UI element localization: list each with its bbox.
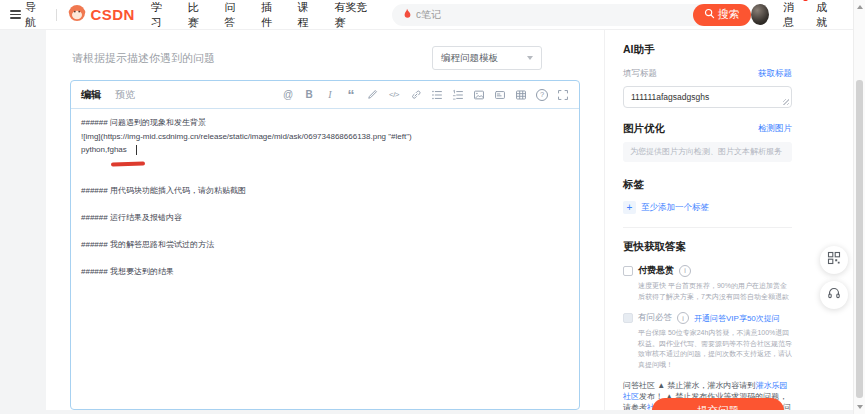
ai-assistant-title: AI助手 [623, 43, 792, 57]
nav-item-prize[interactable]: 有奖竞赛 [335, 0, 372, 30]
ai-title-input-wrap [623, 86, 792, 108]
link-icon[interactable] [410, 89, 422, 101]
monkey-logo-icon [68, 4, 86, 26]
editor-line: ###### 我的解答思路和尝试过的方法 [81, 238, 569, 252]
help-icon[interactable]: ? [536, 89, 548, 101]
nav-item-contest[interactable]: 比赛 [188, 0, 207, 30]
question-editor-section: 编程问题模板 编辑 预览 @ B I “ [46, 30, 604, 410]
tab-edit[interactable]: 编辑 [81, 88, 101, 102]
achievements-link[interactable]: 成就 [816, 0, 835, 30]
template-select-value: 编程问题模板 [441, 52, 498, 65]
editor-toolbar: 编辑 预览 @ B I “ </> [71, 81, 579, 109]
title-helper-row: 填写标题 获取标题 [623, 68, 792, 80]
image-optimize-title: 图片优化 [623, 122, 665, 136]
search-box[interactable]: c笔记 搜索 [392, 4, 751, 26]
add-tag-label: 至少添加一个标签 [641, 202, 709, 214]
table-icon[interactable] [515, 89, 527, 101]
quote-icon[interactable]: “ [345, 90, 357, 100]
info-icon[interactable] [677, 312, 689, 324]
editor-line: python,fghas [81, 143, 569, 157]
detect-image-link[interactable]: 检测图片 [758, 123, 792, 135]
code-icon[interactable]: </> [387, 89, 401, 101]
template-select[interactable]: 编程问题模板 [432, 46, 542, 70]
topbar-user-area: 消息 成就 [751, 0, 853, 30]
avatar[interactable] [751, 4, 769, 25]
toolbar-icons: @ B I “ </> [282, 89, 569, 101]
plus-icon: + [623, 201, 636, 214]
nav-item-study[interactable]: 学习 [151, 0, 170, 30]
search-query-text: c笔记 [416, 8, 441, 22]
headset-icon [827, 286, 841, 304]
editor-line: ###### 运行结果及报错内容 [81, 211, 569, 225]
unordered-list-icon[interactable] [431, 89, 443, 101]
image-icon[interactable] [473, 89, 485, 101]
search-icon [704, 8, 715, 21]
csdn-logo[interactable]: CSDN [68, 4, 135, 26]
question-title-input[interactable] [70, 51, 432, 65]
messages-link[interactable]: 消息 [783, 0, 802, 30]
editor-line [81, 157, 569, 171]
editor-line: ###### 问题遇到的现象和发生背景 [81, 116, 569, 130]
italic-icon[interactable]: I [324, 89, 336, 101]
chevron-down-icon [527, 56, 533, 60]
editor-tabs: 编辑 预览 [81, 88, 135, 102]
notice-text: 问答社区 ▲ 禁止灌水，灌水内容请到 [623, 381, 755, 390]
nav-item-plugins[interactable]: 插件 [261, 0, 280, 30]
editor-line: ###### 我想要达到的结果 [81, 265, 569, 279]
open-vip-link[interactable]: 开通问答VIP享50次提问 [694, 313, 780, 324]
vip-label: 有问必答 [638, 312, 672, 324]
hamburger-menu-icon [10, 8, 21, 21]
topbar: 导航 CSDN 学习 比赛 问答 插件 课程 有奖竞赛 [0, 0, 853, 30]
messages-label: 消息 [783, 1, 794, 28]
main-card: 编程问题模板 编辑 预览 @ B I “ [46, 30, 853, 410]
bounty-checkbox[interactable] [623, 266, 633, 276]
qr-code-button[interactable] [820, 246, 848, 274]
nav-item-qa[interactable]: 问答 [224, 0, 243, 30]
tags-title: 标签 [623, 178, 792, 192]
scrollbar-thumb[interactable] [856, 80, 863, 398]
editor-line: ###### 用代码块功能插入代码，请勿粘贴截图 [81, 184, 569, 198]
markdown-editor: 编辑 预览 @ B I “ </> [70, 80, 580, 410]
ai-title-input[interactable] [624, 87, 791, 107]
card-icon[interactable] [494, 89, 506, 101]
support-button[interactable] [820, 281, 848, 309]
ordered-list-icon[interactable] [452, 89, 464, 101]
pen-icon[interactable] [366, 89, 378, 101]
mention-icon[interactable]: @ [282, 89, 294, 101]
scrollbar[interactable] [853, 0, 865, 414]
nav-toggle-button[interactable]: 导航 [10, 0, 44, 30]
qr-code-icon [827, 251, 841, 269]
add-tag-button[interactable]: + 至少添加一个标签 [623, 201, 792, 214]
info-icon[interactable] [679, 265, 691, 277]
logo-text: CSDN [90, 6, 135, 23]
image-optimize-row: 图片优化 检测图片 [623, 122, 792, 136]
bounty-option-row: 付费悬赏 [623, 264, 792, 277]
text-cursor [136, 145, 137, 155]
tab-preview[interactable]: 预览 [115, 88, 135, 102]
title-row: 编程问题模板 [70, 45, 580, 71]
page: 导航 CSDN 学习 比赛 问答 插件 课程 有奖竞赛 [0, 0, 865, 414]
fullscreen-icon[interactable] [557, 89, 569, 101]
nav-item-courses[interactable]: 课程 [298, 0, 317, 30]
editor-line [81, 251, 569, 265]
fill-title-label: 填写标题 [623, 68, 657, 80]
faster-answers-title: 更快获取答案 [623, 240, 792, 254]
image-optimize-box[interactable]: 为您提供图片方向检测、图片文本解析服务 [623, 142, 792, 162]
scroll-down-arrow[interactable] [857, 405, 863, 409]
submit-question-button[interactable]: 提交问题 [652, 398, 784, 410]
divider [623, 227, 792, 228]
bold-icon[interactable]: B [303, 89, 315, 101]
editor-content[interactable]: ###### 问题遇到的现象和发生背景 ![img](https://img-m… [71, 109, 579, 409]
notification-dot [803, 0, 808, 1]
vip-description: 平台保障 50位专家24h内答疑，不满意100%退回权益。因作业代写、需要源码等… [638, 328, 792, 370]
scroll-up-arrow[interactable] [857, 5, 863, 9]
vip-option-row: 有问必答 开通问答VIP享50次提问 [623, 312, 792, 324]
floating-buttons [820, 246, 848, 309]
get-title-link[interactable]: 获取标题 [758, 68, 792, 80]
editor-line [81, 197, 569, 211]
editor-line [81, 170, 569, 184]
vip-checkbox[interactable] [623, 313, 633, 323]
resize-handle-icon[interactable] [783, 99, 789, 105]
bounty-description: 速度更快 平台首页推荐，90%的用户在追加赏金后获得了解决方案，7天内没有回答自… [638, 281, 792, 302]
search-button[interactable]: 搜索 [693, 4, 751, 26]
